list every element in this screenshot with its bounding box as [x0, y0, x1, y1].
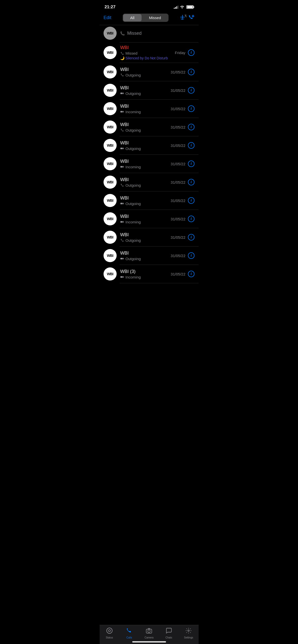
call-info: WBI Outgoing	[120, 232, 167, 243]
list-divider	[120, 283, 198, 283]
call-meta: 31/05/22 i	[171, 216, 194, 222]
avatar-text: WBI	[107, 88, 113, 92]
avatar-text: WBI	[107, 107, 113, 111]
status-icons	[174, 5, 193, 9]
call-meta: 31/05/22 i	[171, 69, 194, 75]
info-button[interactable]: i	[188, 105, 194, 112]
call-date: 31/05/22	[171, 125, 185, 129]
avatar: WBI	[104, 102, 117, 115]
call-meta: 31/05/22 i	[171, 124, 194, 130]
call-type-label: Outgoing	[120, 146, 167, 151]
avatar: WBI	[104, 267, 117, 280]
call-info: WBI Outgoing	[120, 67, 167, 77]
info-button[interactable]: i	[188, 234, 194, 240]
call-date: 31/05/22	[171, 198, 185, 203]
list-item: WBI WBI Incoming 31/05/22 i	[100, 155, 198, 173]
avatar-text: WBI	[107, 180, 113, 184]
contact-name: WBI	[120, 85, 167, 91]
calls-list: WBI 📞 Missed WBI WBI Missed 🌙 Silenced b…	[100, 25, 198, 306]
list-item: WBI WBI Outgoing 31/05/22 i	[100, 191, 198, 210]
info-button[interactable]: i	[188, 49, 194, 56]
call-info: WBI Outgoing	[120, 195, 167, 206]
contact-name: WBI	[120, 122, 167, 127]
call-meta: 31/05/22 i	[171, 105, 194, 112]
info-button[interactable]: i	[188, 142, 194, 149]
avatar: WBI	[104, 212, 117, 225]
call-type-label: Incoming	[120, 165, 167, 169]
call-meta: 31/05/22 i	[171, 179, 194, 185]
list-item: WBI WBI Outgoing 31/05/22 i	[100, 228, 198, 246]
call-type-label: Outgoing	[120, 73, 167, 77]
info-button[interactable]: i	[188, 252, 194, 259]
list-item: WBI WBI Missed 🌙 Silenced by Do Not Dist…	[100, 43, 198, 63]
contact-name: WBI	[120, 45, 171, 50]
avatar-text: WBI	[107, 254, 113, 258]
info-button[interactable]: i	[188, 179, 194, 185]
call-meta: 31/05/22 i	[171, 234, 194, 240]
info-button[interactable]: i	[188, 87, 194, 94]
info-button[interactable]: i	[188, 69, 194, 75]
call-meta: 31/05/22 i	[171, 160, 194, 167]
call-meta: 31/05/22 i	[171, 87, 194, 94]
call-date: 31/05/22	[171, 272, 185, 276]
call-date: 31/05/22	[171, 235, 185, 239]
list-item: WBI WBI Outgoing 31/05/22 i	[100, 173, 198, 191]
contact-name: WBI	[120, 140, 167, 146]
call-type-label: Outgoing	[120, 238, 167, 243]
info-button[interactable]: i	[188, 271, 194, 277]
segment-missed[interactable]: Missed	[142, 14, 168, 21]
avatar: WBI	[104, 249, 117, 262]
info-button[interactable]: i	[188, 160, 194, 167]
avatar: WBI	[104, 139, 117, 152]
signal-icon	[174, 5, 178, 9]
call-type-label: Outgoing	[120, 183, 167, 187]
battery-icon	[186, 5, 193, 9]
call-meta: 31/05/22 i	[171, 252, 194, 259]
contact-name: WBI	[120, 177, 167, 182]
call-info: WBI Incoming	[120, 214, 167, 224]
status-time: 21:27	[105, 5, 115, 10]
info-button[interactable]: i	[188, 216, 194, 222]
avatar: WBI	[104, 194, 117, 207]
list-item: WBI WBI (3) Incoming 31/05/22 i	[100, 265, 198, 283]
call-type-label: Outgoing	[120, 128, 167, 132]
avatar-text: WBI	[107, 31, 113, 35]
avatar-text: WBI	[107, 51, 113, 55]
call-date: Friday	[175, 51, 185, 55]
call-meta: 31/05/22 i	[171, 142, 194, 149]
call-date: 31/05/22	[171, 88, 185, 93]
list-item: WBI WBI Outgoing 31/05/22 i	[100, 118, 198, 136]
info-button[interactable]: i	[188, 124, 194, 130]
call-date: 31/05/22	[171, 143, 185, 148]
avatar: WBI	[104, 65, 117, 78]
call-type-label: 📞 Missed	[120, 31, 194, 36]
call-date: 31/05/22	[171, 70, 185, 74]
call-info: 📞 Missed	[120, 31, 194, 36]
call-date: 31/05/22	[171, 254, 185, 258]
call-type-label: Incoming	[120, 110, 167, 114]
edit-button[interactable]: Edit	[104, 15, 111, 20]
avatar: WBI	[104, 46, 117, 59]
call-info: WBI Missed 🌙 Silenced by Do Not Disturb	[120, 45, 171, 60]
call-info: WBI Incoming	[120, 159, 167, 169]
wifi-icon	[180, 5, 184, 9]
avatar: WBI	[104, 176, 117, 189]
avatar-text: WBI	[107, 125, 113, 129]
info-button[interactable]: i	[188, 197, 194, 204]
call-date: 31/05/22	[171, 162, 185, 166]
avatar-text: WBI	[107, 162, 113, 166]
list-item: WBI WBI Incoming 31/05/22 i	[100, 210, 198, 228]
segment-control: All Missed	[123, 14, 169, 22]
contact-name: WBI	[120, 67, 167, 72]
list-item: WBI WBI Outgoing 31/05/22 i	[100, 247, 198, 265]
segment-all[interactable]: All	[123, 14, 142, 21]
call-meta: Friday i	[175, 49, 194, 56]
contact-name: WBI	[120, 214, 167, 219]
call-info: WBI Outgoing	[120, 122, 167, 132]
call-info: WBI Incoming	[120, 104, 167, 114]
add-call-button[interactable]: 📞	[180, 14, 194, 22]
contact-name: WBI	[120, 159, 167, 164]
header: Edit All Missed 📞	[100, 13, 198, 25]
contact-name: WBI	[120, 232, 167, 237]
avatar: WBI	[104, 27, 117, 40]
